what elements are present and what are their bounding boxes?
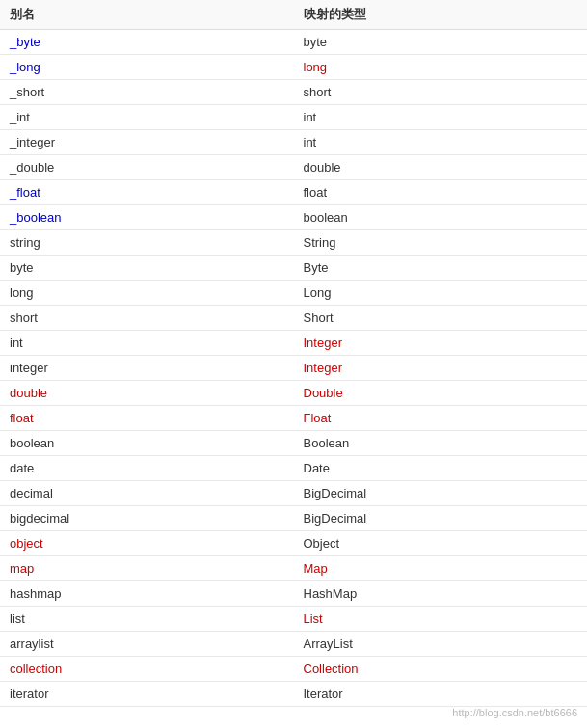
type-cell: float <box>294 180 588 205</box>
type-cell: BigDecimal <box>294 506 588 531</box>
table-row: objectObject <box>0 531 587 556</box>
alias-cell: _int <box>0 105 294 130</box>
type-cell: ArrayList <box>294 632 588 657</box>
table-row: mapMap <box>0 556 587 581</box>
table-row: decimalBigDecimal <box>0 481 587 506</box>
type-cell: byte <box>294 30 588 55</box>
type-cell: BigDecimal <box>294 481 588 506</box>
alias-table: 别名 映射的类型 _bytebyte_longlong_shortshort_i… <box>0 0 587 707</box>
alias-cell: decimal <box>0 481 294 506</box>
type-cell: Map <box>294 556 588 581</box>
table-container: 别名 映射的类型 _bytebyte_longlong_shortshort_i… <box>0 0 587 707</box>
alias-cell: string <box>0 230 294 256</box>
table-row: bigdecimalBigDecimal <box>0 506 587 531</box>
table-row: iteratorIterator <box>0 682 587 707</box>
alias-cell: collection <box>0 657 294 682</box>
type-cell: long <box>294 55 588 80</box>
type-cell: Short <box>294 306 588 331</box>
alias-cell: _long <box>0 55 294 80</box>
alias-cell: _integer <box>0 130 294 155</box>
alias-cell: _byte <box>0 30 294 55</box>
table-row: _integerint <box>0 130 587 155</box>
type-cell: Long <box>294 281 588 306</box>
alias-cell: map <box>0 556 294 581</box>
table-row: _intint <box>0 105 587 130</box>
alias-cell: iterator <box>0 682 294 707</box>
alias-cell: integer <box>0 356 294 381</box>
alias-cell: bigdecimal <box>0 506 294 531</box>
alias-cell: list <box>0 607 294 632</box>
alias-cell: _double <box>0 155 294 180</box>
table-row: hashmapHashMap <box>0 581 587 607</box>
type-cell: int <box>294 130 588 155</box>
alias-cell: _float <box>0 180 294 205</box>
table-row: _longlong <box>0 55 587 80</box>
table-row: dateDate <box>0 456 587 481</box>
type-cell: Object <box>294 531 588 556</box>
type-cell: Collection <box>294 657 588 682</box>
table-row: arraylistArrayList <box>0 632 587 657</box>
alias-cell: byte <box>0 256 294 281</box>
type-cell: Byte <box>294 256 588 281</box>
alias-cell: hashmap <box>0 581 294 607</box>
alias-cell: arraylist <box>0 632 294 657</box>
table-row: shortShort <box>0 306 587 331</box>
type-cell: double <box>294 155 588 180</box>
type-cell: boolean <box>294 205 588 230</box>
table-row: doubleDouble <box>0 381 587 406</box>
table-row: _doubledouble <box>0 155 587 180</box>
table-row: longLong <box>0 281 587 306</box>
table-row: _floatfloat <box>0 180 587 205</box>
alias-cell: double <box>0 381 294 406</box>
type-cell: int <box>294 105 588 130</box>
alias-cell: object <box>0 531 294 556</box>
type-cell: Integer <box>294 331 588 356</box>
type-cell: Iterator <box>294 682 588 707</box>
table-row: integerInteger <box>0 356 587 381</box>
table-row: collectionCollection <box>0 657 587 682</box>
type-cell: Double <box>294 381 588 406</box>
table-row: _shortshort <box>0 80 587 105</box>
type-cell: HashMap <box>294 581 588 607</box>
alias-cell: float <box>0 406 294 431</box>
mapped-type-header: 映射的类型 <box>294 0 588 30</box>
table-row: stringString <box>0 230 587 256</box>
table-row: floatFloat <box>0 406 587 431</box>
table-row: intInteger <box>0 331 587 356</box>
type-cell: String <box>294 230 588 256</box>
table-row: _bytebyte <box>0 30 587 55</box>
type-cell: List <box>294 607 588 632</box>
type-cell: short <box>294 80 588 105</box>
type-cell: Boolean <box>294 431 588 456</box>
table-row: listList <box>0 607 587 632</box>
type-cell: Date <box>294 456 588 481</box>
alias-cell: date <box>0 456 294 481</box>
alias-cell: long <box>0 281 294 306</box>
alias-cell: _short <box>0 80 294 105</box>
table-row: booleanBoolean <box>0 431 587 456</box>
table-header-row: 别名 映射的类型 <box>0 0 587 30</box>
alias-cell: _boolean <box>0 205 294 230</box>
alias-header: 别名 <box>0 0 294 30</box>
table-row: byteByte <box>0 256 587 281</box>
type-cell: Integer <box>294 356 588 381</box>
alias-cell: short <box>0 306 294 331</box>
type-cell: Float <box>294 406 588 431</box>
table-row: _booleanboolean <box>0 205 587 230</box>
alias-cell: boolean <box>0 431 294 456</box>
alias-cell: int <box>0 331 294 356</box>
